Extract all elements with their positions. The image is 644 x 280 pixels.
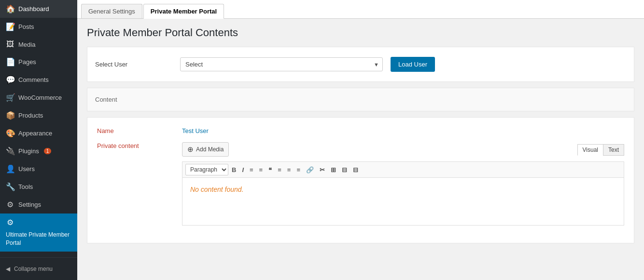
sidebar-item-comments[interactable]: 💬 Comments [0, 71, 77, 89]
italic-button[interactable]: I [239, 165, 246, 175]
pages-icon: 📄 [6, 57, 14, 67]
settings-icon: ⚙ [6, 200, 14, 209]
sidebar: 🏠 Dashboard 📝 Posts 🖼 Media 📄 Pages 💬 Co… [0, 0, 77, 280]
user-select[interactable]: Select [180, 57, 383, 71]
sidebar-item-label: Appearance [18, 130, 52, 137]
sidebar-item-label: Media [18, 41, 35, 48]
sidebar-item-label: Tools [18, 183, 33, 190]
add-media-button[interactable]: ⊕ Add Media [182, 142, 229, 157]
editor-tab-text[interactable]: Text [603, 144, 624, 156]
ul-button[interactable]: ≡ [247, 165, 256, 175]
sidebar-item-label: Dashboard [18, 5, 49, 13]
woocommerce-icon: 🛒 [6, 93, 14, 102]
indent-button[interactable]: ⊞ [328, 165, 338, 175]
private-content-label: Private content [97, 142, 174, 149]
users-icon: 👤 [6, 164, 14, 173]
sidebar-item-tools[interactable]: 🔧 Tools [0, 178, 77, 196]
sidebar-item-posts[interactable]: 📝 Posts [0, 18, 77, 36]
sidebar-item-label: Posts [18, 23, 34, 30]
dashboard-icon: 🏠 [6, 4, 14, 13]
sidebar-bottom: ◀ Collapse menu [0, 257, 77, 280]
select-wrap: Select ▼ [180, 57, 383, 71]
load-user-button[interactable]: Load User [391, 57, 435, 72]
user-details-card: Name Test User Private content ⊕ Add Med… [87, 117, 634, 243]
editor-wrap: ⊕ Add Media Visual Text Paragraph [182, 142, 624, 226]
tabs-bar: General Settings Private Member Portal [77, 0, 644, 19]
editor-area[interactable]: No content found. [182, 177, 624, 226]
sidebar-item-users[interactable]: 👤 Users [0, 160, 77, 178]
page-title: Private Member Portal Contents [87, 27, 634, 39]
collapse-label: Collapse menu [14, 266, 53, 272]
products-icon: 📦 [6, 111, 14, 120]
appearance-icon: 🎨 [6, 129, 14, 138]
collapse-menu[interactable]: ◀ Collapse menu [0, 262, 77, 276]
align-center-button[interactable]: ≡ [285, 165, 294, 175]
unlink-button[interactable]: ✂ [317, 165, 327, 175]
sidebar-active-label: Ultimate Private Member Portal [6, 231, 71, 247]
add-media-icon: ⊕ [187, 145, 194, 154]
sidebar-item-dashboard[interactable]: 🏠 Dashboard [0, 0, 77, 18]
sidebar-item-label: Comments [18, 76, 49, 83]
sidebar-item-label: WooCommerce [18, 94, 62, 101]
sidebar-item-label: Plugins [18, 147, 39, 155]
comments-icon: 💬 [6, 75, 14, 84]
paragraph-select[interactable]: Paragraph [185, 164, 228, 175]
sidebar-item-ultimate-private[interactable]: ⚙ Ultimate Private Member Portal [0, 213, 77, 252]
main-content: General Settings Private Member Portal P… [77, 0, 644, 280]
sidebar-item-label: Pages [18, 58, 36, 66]
blockquote-button[interactable]: ❝ [266, 165, 274, 175]
select-user-label: Select User [95, 61, 172, 68]
plugins-badge: 1 [44, 148, 52, 154]
no-content-text: No content found. [190, 186, 244, 193]
align-left-button[interactable]: ≡ [275, 165, 284, 175]
bold-button[interactable]: B [229, 165, 238, 175]
content-section: Content [87, 88, 634, 111]
private-content-row: Private content ⊕ Add Media Visual Text [97, 142, 624, 226]
editor-tabs-row: Visual Text [577, 144, 624, 156]
editor-toolbar: Paragraph B I ≡ ≡ ❝ ≡ ≡ ≡ 🔗 ✂ ⊞ ⊟ [182, 161, 624, 177]
ultimate-icon: ⚙ [6, 218, 14, 227]
editor-tab-visual[interactable]: Visual [577, 144, 603, 156]
tools-icon: 🔧 [6, 182, 14, 191]
sidebar-item-settings[interactable]: ⚙ Settings [0, 196, 77, 213]
sidebar-item-plugins[interactable]: 🔌 Plugins 1 [0, 142, 77, 160]
select-user-card: Select User Select ▼ Load User [87, 47, 634, 82]
add-media-label: Add Media [196, 146, 224, 153]
page-content: Private Member Portal Contents Select Us… [77, 19, 644, 251]
name-value: Test User [182, 127, 209, 134]
ol-button[interactable]: ≡ [257, 165, 266, 175]
plugins-icon: 🔌 [6, 147, 14, 156]
name-row: Name Test User [97, 127, 624, 134]
align-right-button[interactable]: ≡ [294, 165, 303, 175]
tab-private-member-portal[interactable]: Private Member Portal [143, 4, 224, 19]
collapse-icon: ◀ [6, 266, 10, 272]
select-user-row: Select User Select ▼ Load User [87, 47, 634, 81]
sidebar-item-label: Settings [18, 201, 41, 208]
posts-icon: 📝 [6, 22, 14, 31]
name-label: Name [97, 127, 174, 134]
sidebar-item-label: Users [18, 165, 35, 173]
sidebar-item-woocommerce[interactable]: 🛒 WooCommerce [0, 89, 77, 107]
sidebar-item-appearance[interactable]: 🎨 Appearance [0, 124, 77, 142]
media-icon: 🖼 [6, 40, 14, 49]
sidebar-item-label: Products [18, 112, 43, 119]
content-label: Content [95, 96, 117, 103]
sidebar-item-products[interactable]: 📦 Products [0, 107, 77, 124]
sidebar-item-pages[interactable]: 📄 Pages [0, 53, 77, 71]
tab-general-settings[interactable]: General Settings [81, 4, 142, 18]
outdent-button[interactable]: ⊟ [339, 165, 350, 175]
link-button[interactable]: 🔗 [304, 165, 316, 175]
sidebar-item-media[interactable]: 🖼 Media [0, 36, 77, 53]
table-button[interactable]: ⊟ [350, 165, 361, 175]
